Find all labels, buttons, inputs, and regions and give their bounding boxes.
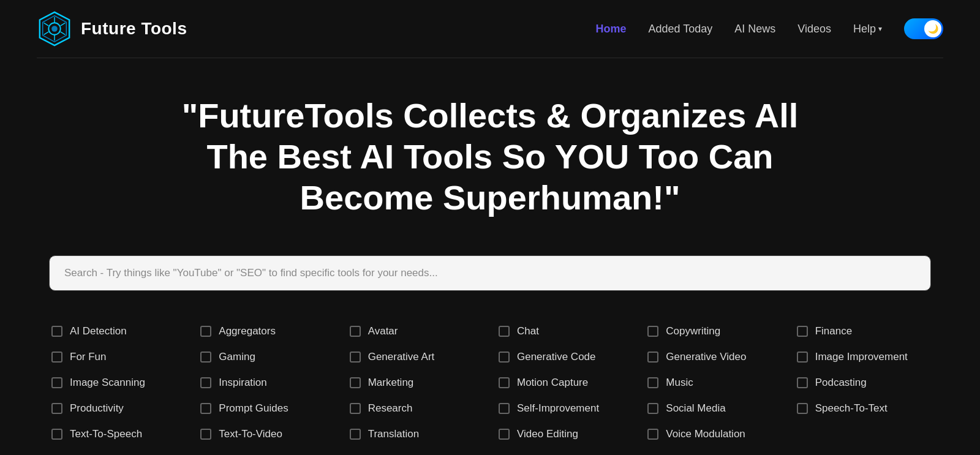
category-checkbox[interactable] xyxy=(499,326,510,337)
category-checkbox[interactable] xyxy=(51,403,62,414)
nav-ai-news[interactable]: AI News xyxy=(734,23,775,36)
category-item[interactable]: Copywriting xyxy=(645,322,782,341)
nav-home[interactable]: Home xyxy=(595,23,626,36)
search-input[interactable] xyxy=(49,255,931,291)
category-checkbox[interactable] xyxy=(647,377,658,388)
category-checkbox[interactable] xyxy=(797,326,808,337)
category-item[interactable]: Generative Code xyxy=(496,347,633,367)
logo-icon xyxy=(37,11,72,47)
category-checkbox[interactable] xyxy=(499,403,510,414)
category-item[interactable]: Motion Capture xyxy=(496,373,633,393)
category-item[interactable]: AI Detection xyxy=(49,322,186,341)
category-item[interactable]: Inspiration xyxy=(198,373,334,393)
category-checkbox[interactable] xyxy=(51,352,62,363)
category-checkbox[interactable] xyxy=(499,377,510,388)
category-item[interactable]: Marketing xyxy=(347,373,484,393)
nav-videos[interactable]: Videos xyxy=(797,23,831,36)
main-nav: Home Added Today AI News Videos Help ▾ 🌙 xyxy=(595,18,943,39)
category-label: Text-To-Speech xyxy=(70,428,142,440)
category-label: Finance xyxy=(815,325,852,337)
category-item[interactable]: Finance xyxy=(794,322,931,341)
category-checkbox[interactable] xyxy=(647,326,658,337)
category-checkbox[interactable] xyxy=(350,377,361,388)
logo-area[interactable]: Future Tools xyxy=(37,11,187,47)
hero-section: "FutureTools Collects & Organizes All Th… xyxy=(0,58,980,243)
category-item[interactable]: Social Media xyxy=(645,399,782,418)
nav-added-today[interactable]: Added Today xyxy=(648,23,712,36)
category-checkbox[interactable] xyxy=(647,403,658,414)
category-label: Generative Art xyxy=(368,351,435,363)
category-checkbox[interactable] xyxy=(499,352,510,363)
category-label: Music xyxy=(666,377,693,389)
categories-section: AI Detection Aggregators Avatar Chat Cop… xyxy=(0,315,980,455)
category-item[interactable]: Prompt Guides xyxy=(198,399,334,418)
svg-line-5 xyxy=(44,23,49,26)
category-item[interactable]: Image Improvement xyxy=(794,347,931,367)
category-label: Speech-To-Text xyxy=(815,402,888,415)
category-item[interactable]: Text-To-Speech xyxy=(49,424,186,444)
svg-line-6 xyxy=(61,32,66,35)
category-checkbox[interactable] xyxy=(350,429,361,440)
category-label: Marketing xyxy=(368,377,414,389)
svg-line-8 xyxy=(61,23,66,26)
category-item[interactable]: Self-Improvement xyxy=(496,399,633,418)
category-checkbox[interactable] xyxy=(797,352,808,363)
category-item[interactable]: Podcasting xyxy=(794,373,931,393)
moon-icon: 🌙 xyxy=(928,24,938,34)
category-label: Text-To-Video xyxy=(219,428,282,440)
category-item[interactable]: Generative Art xyxy=(347,347,484,367)
category-label: AI Detection xyxy=(70,325,127,337)
category-item[interactable]: Research xyxy=(347,399,484,418)
category-checkbox[interactable] xyxy=(647,352,658,363)
category-checkbox[interactable] xyxy=(200,377,211,388)
category-checkbox[interactable] xyxy=(51,326,62,337)
category-checkbox[interactable] xyxy=(200,429,211,440)
site-header: Future Tools Home Added Today AI News Vi… xyxy=(0,0,980,58)
category-checkbox[interactable] xyxy=(797,403,808,414)
category-checkbox[interactable] xyxy=(51,429,62,440)
category-item[interactable]: Avatar xyxy=(347,322,484,341)
category-checkbox[interactable] xyxy=(499,429,510,440)
category-item[interactable]: Text-To-Video xyxy=(198,424,334,444)
category-checkbox[interactable] xyxy=(350,326,361,337)
category-item[interactable]: Generative Video xyxy=(645,347,782,367)
chevron-down-icon: ▾ xyxy=(878,24,882,33)
category-item[interactable]: Voice Modulation xyxy=(645,424,782,444)
category-checkbox[interactable] xyxy=(647,429,658,440)
nav-help[interactable]: Help ▾ xyxy=(853,23,882,36)
category-checkbox[interactable] xyxy=(350,403,361,414)
category-label: Copywriting xyxy=(666,325,720,337)
category-checkbox[interactable] xyxy=(200,403,211,414)
category-label: Image Improvement xyxy=(815,351,908,363)
category-label: Translation xyxy=(368,428,419,440)
category-item[interactable]: Chat xyxy=(496,322,633,341)
category-label: For Fun xyxy=(70,351,107,363)
category-label: Voice Modulation xyxy=(666,428,745,440)
category-label: Research xyxy=(368,402,413,415)
category-item[interactable]: Productivity xyxy=(49,399,186,418)
category-item[interactable]: Speech-To-Text xyxy=(794,399,931,418)
category-item[interactable]: Translation xyxy=(347,424,484,444)
category-label: Prompt Guides xyxy=(219,402,288,415)
category-item[interactable] xyxy=(794,424,931,444)
category-checkbox[interactable] xyxy=(350,352,361,363)
category-checkbox[interactable] xyxy=(200,352,211,363)
category-item[interactable]: Music xyxy=(645,373,782,393)
hero-headline: "FutureTools Collects & Organizes All Th… xyxy=(153,95,827,219)
category-checkbox[interactable] xyxy=(797,377,808,388)
category-checkbox[interactable] xyxy=(200,326,211,337)
category-label: Inspiration xyxy=(219,377,266,389)
category-grid: AI Detection Aggregators Avatar Chat Cop… xyxy=(49,322,931,444)
category-item[interactable]: Video Editing xyxy=(496,424,633,444)
category-item[interactable]: Gaming xyxy=(198,347,334,367)
dark-mode-toggle[interactable]: 🌙 xyxy=(904,18,943,39)
category-item[interactable]: For Fun xyxy=(49,347,186,367)
category-item[interactable]: Image Scanning xyxy=(49,373,186,393)
category-label: Self-Improvement xyxy=(517,402,599,415)
toggle-knob: 🌙 xyxy=(924,20,941,37)
category-checkbox[interactable] xyxy=(51,377,62,388)
category-item[interactable]: Aggregators xyxy=(198,322,334,341)
category-label: Generative Video xyxy=(666,351,746,363)
category-label: Generative Code xyxy=(517,351,596,363)
category-label: Video Editing xyxy=(517,428,578,440)
